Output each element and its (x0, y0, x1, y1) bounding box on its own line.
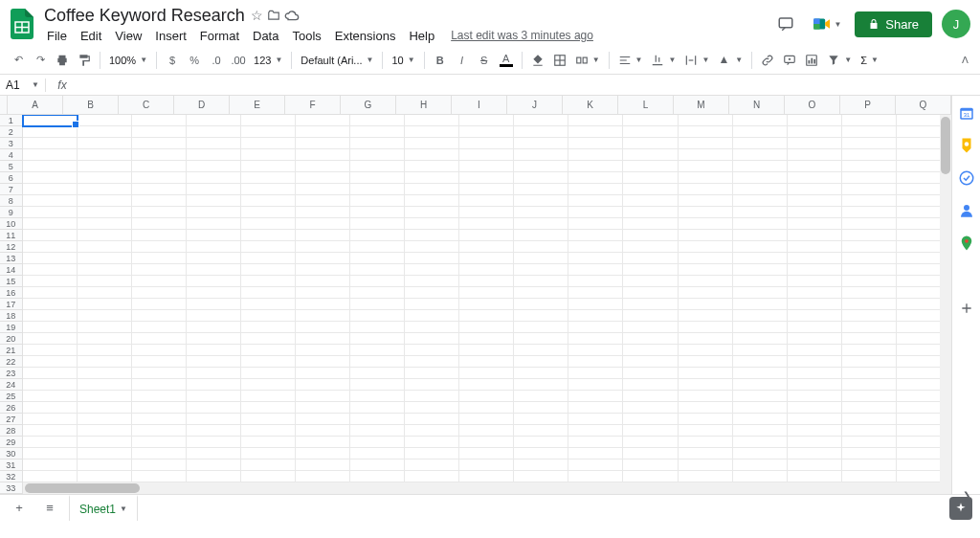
cell[interactable] (132, 402, 187, 414)
cell[interactable] (788, 333, 842, 345)
text-color-button[interactable]: A (496, 50, 517, 71)
cell[interactable] (23, 115, 78, 126)
cell[interactable] (514, 310, 568, 322)
cell[interactable] (459, 172, 514, 184)
cell[interactable] (568, 437, 623, 448)
cloud-status-icon[interactable] (284, 10, 300, 21)
cell[interactable] (514, 471, 568, 482)
cell[interactable] (733, 368, 788, 379)
cell[interactable] (405, 391, 459, 402)
column-header[interactable]: C (119, 96, 174, 114)
cell[interactable] (23, 126, 78, 138)
row-header[interactable]: 23 (0, 368, 23, 379)
cell[interactable] (842, 253, 897, 264)
cell[interactable] (78, 287, 132, 299)
cell[interactable] (296, 310, 350, 322)
cell[interactable] (241, 356, 296, 368)
cell[interactable] (568, 126, 623, 138)
cell[interactable] (405, 218, 459, 230)
cell[interactable] (350, 184, 405, 195)
cell[interactable] (187, 345, 241, 356)
cell[interactable] (459, 184, 514, 195)
cell[interactable] (623, 207, 678, 218)
cell[interactable] (623, 437, 678, 448)
cell[interactable] (405, 241, 459, 253)
menu-view[interactable]: View (108, 27, 148, 45)
star-icon[interactable]: ☆ (251, 8, 263, 23)
cell[interactable] (842, 276, 897, 287)
cell[interactable] (78, 333, 132, 345)
cell[interactable] (568, 218, 623, 230)
cell[interactable] (788, 471, 842, 482)
cell[interactable] (623, 126, 678, 138)
cell[interactable] (187, 356, 241, 368)
cell[interactable] (679, 356, 733, 368)
cell[interactable] (350, 322, 405, 333)
cell[interactable] (568, 379, 623, 391)
cell[interactable] (842, 437, 897, 448)
cell[interactable] (623, 379, 678, 391)
cell[interactable] (132, 172, 187, 184)
cell[interactable] (296, 448, 350, 460)
cell[interactable] (568, 310, 623, 322)
cell[interactable] (350, 138, 405, 149)
cell[interactable] (132, 460, 187, 471)
cell[interactable] (459, 322, 514, 333)
cell[interactable] (78, 126, 132, 138)
horizontal-scrollbar[interactable] (23, 482, 940, 494)
cell[interactable] (23, 460, 78, 471)
collapse-toolbar-button[interactable]: ᐱ (958, 51, 972, 69)
cell[interactable] (733, 299, 788, 310)
cell[interactable] (350, 172, 405, 184)
menu-file[interactable]: File (40, 27, 74, 45)
column-header[interactable]: G (341, 96, 396, 114)
cell[interactable] (187, 149, 241, 161)
cell[interactable] (679, 345, 733, 356)
cell[interactable] (350, 207, 405, 218)
cell[interactable] (241, 207, 296, 218)
zoom-select[interactable]: 100%▼ (105, 55, 151, 66)
cell[interactable] (78, 276, 132, 287)
cell[interactable] (405, 425, 459, 437)
cell[interactable] (788, 322, 842, 333)
cell[interactable] (132, 276, 187, 287)
cell[interactable] (132, 425, 187, 437)
column-header[interactable]: J (507, 96, 563, 114)
menu-tools[interactable]: Tools (285, 27, 327, 45)
cell[interactable] (623, 149, 678, 161)
cell[interactable] (350, 333, 405, 345)
cell[interactable] (514, 230, 568, 241)
cell[interactable] (132, 126, 187, 138)
cell[interactable] (78, 414, 132, 425)
cell[interactable] (733, 276, 788, 287)
cell[interactable] (568, 253, 623, 264)
cell[interactable] (296, 471, 350, 482)
add-addon-button[interactable] (957, 299, 976, 318)
cell[interactable] (842, 460, 897, 471)
cell[interactable] (187, 460, 241, 471)
cell[interactable] (514, 218, 568, 230)
cell[interactable] (733, 241, 788, 253)
cell[interactable] (78, 356, 132, 368)
cell[interactable] (788, 172, 842, 184)
cell[interactable] (132, 138, 187, 149)
cell[interactable] (23, 448, 78, 460)
cell[interactable] (514, 368, 568, 379)
column-header[interactable]: I (452, 96, 507, 114)
cell[interactable] (296, 276, 350, 287)
cell[interactable] (132, 287, 187, 299)
cell[interactable] (78, 149, 132, 161)
cell[interactable] (405, 299, 459, 310)
cell[interactable] (187, 402, 241, 414)
cell[interactable] (842, 299, 897, 310)
cell[interactable] (23, 414, 78, 425)
cell[interactable] (842, 322, 897, 333)
cell[interactable] (405, 207, 459, 218)
cell[interactable] (241, 253, 296, 264)
cell[interactable] (241, 402, 296, 414)
cell[interactable] (568, 264, 623, 276)
cell[interactable] (296, 379, 350, 391)
cell[interactable] (405, 414, 459, 425)
cell[interactable] (679, 391, 733, 402)
cell[interactable] (78, 161, 132, 172)
